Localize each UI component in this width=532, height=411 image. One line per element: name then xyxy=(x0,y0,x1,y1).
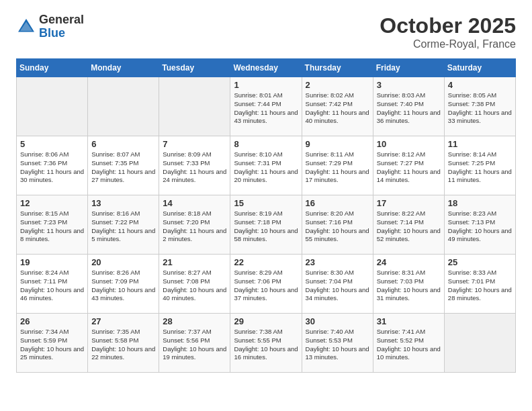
calendar-cell xyxy=(17,77,88,136)
cell-info: Sunrise: 8:06 AMSunset: 7:36 PMDaylight:… xyxy=(20,150,84,185)
day-number: 14 xyxy=(163,198,226,208)
calendar-cell: 14Sunrise: 8:18 AMSunset: 7:20 PMDayligh… xyxy=(159,195,230,255)
cell-info: Sunrise: 8:01 AMSunset: 7:44 PMDaylight:… xyxy=(234,91,298,126)
day-number: 10 xyxy=(377,139,441,149)
cell-info: Sunrise: 7:37 AMSunset: 5:56 PMDaylight:… xyxy=(163,328,226,362)
day-number: 18 xyxy=(448,198,512,208)
cell-info: Sunrise: 8:16 AMSunset: 7:22 PMDaylight:… xyxy=(91,210,155,244)
calendar-cell: 4Sunrise: 8:05 AMSunset: 7:38 PMDaylight… xyxy=(444,77,515,136)
calendar-cell: 10Sunrise: 8:12 AMSunset: 7:27 PMDayligh… xyxy=(373,136,444,195)
cell-info: Sunrise: 7:34 AMSunset: 5:59 PMDaylight:… xyxy=(20,328,84,362)
calendar-cell xyxy=(444,314,515,373)
weekday-header: Friday xyxy=(373,59,444,77)
calendar-cell: 17Sunrise: 8:22 AMSunset: 7:14 PMDayligh… xyxy=(373,195,444,255)
logo-general-text: General xyxy=(39,13,84,27)
day-number: 31 xyxy=(377,316,441,326)
cell-info: Sunrise: 7:41 AMSunset: 5:52 PMDaylight:… xyxy=(377,328,441,362)
cell-info: Sunrise: 8:22 AMSunset: 7:14 PMDaylight:… xyxy=(377,210,441,244)
day-number: 13 xyxy=(91,198,155,208)
calendar-cell: 2Sunrise: 8:02 AMSunset: 7:42 PMDaylight… xyxy=(302,77,373,136)
calendar-cell: 13Sunrise: 8:16 AMSunset: 7:22 PMDayligh… xyxy=(88,195,159,255)
weekday-header: Monday xyxy=(88,59,159,77)
calendar-week-row: 12Sunrise: 8:15 AMSunset: 7:23 PMDayligh… xyxy=(17,195,516,255)
calendar-cell: 11Sunrise: 8:14 AMSunset: 7:25 PMDayligh… xyxy=(444,136,515,195)
calendar-cell: 30Sunrise: 7:40 AMSunset: 5:53 PMDayligh… xyxy=(302,314,373,373)
month-title: October 2025 xyxy=(380,13,516,38)
cell-info: Sunrise: 8:09 AMSunset: 7:33 PMDaylight:… xyxy=(163,150,226,185)
cell-info: Sunrise: 8:20 AMSunset: 7:16 PMDaylight:… xyxy=(306,210,369,244)
calendar-cell: 26Sunrise: 7:34 AMSunset: 5:59 PMDayligh… xyxy=(17,314,88,373)
day-number: 30 xyxy=(306,316,369,326)
cell-info: Sunrise: 8:24 AMSunset: 7:11 PMDaylight:… xyxy=(20,269,84,303)
cell-info: Sunrise: 8:23 AMSunset: 7:13 PMDaylight:… xyxy=(448,210,512,244)
logo: General Blue xyxy=(16,13,84,40)
calendar-cell: 15Sunrise: 8:19 AMSunset: 7:18 PMDayligh… xyxy=(230,195,302,255)
weekday-header: Sunday xyxy=(17,59,88,77)
calendar-cell: 3Sunrise: 8:03 AMSunset: 7:40 PMDaylight… xyxy=(373,77,444,136)
weekday-header: Tuesday xyxy=(159,59,230,77)
day-number: 27 xyxy=(91,316,155,326)
day-number: 5 xyxy=(20,139,84,149)
calendar-cell: 28Sunrise: 7:37 AMSunset: 5:56 PMDayligh… xyxy=(159,314,230,373)
location: Corme-Royal, France xyxy=(380,38,516,50)
calendar-cell: 20Sunrise: 8:26 AMSunset: 7:09 PMDayligh… xyxy=(88,255,159,314)
calendar-cell: 9Sunrise: 8:11 AMSunset: 7:29 PMDaylight… xyxy=(302,136,373,195)
calendar-cell: 29Sunrise: 7:38 AMSunset: 5:55 PMDayligh… xyxy=(230,314,302,373)
calendar-cell: 25Sunrise: 8:33 AMSunset: 7:01 PMDayligh… xyxy=(444,255,515,314)
cell-info: Sunrise: 8:14 AMSunset: 7:25 PMDaylight:… xyxy=(448,150,512,185)
day-number: 3 xyxy=(377,80,441,90)
cell-info: Sunrise: 8:10 AMSunset: 7:31 PMDaylight:… xyxy=(234,150,298,185)
day-number: 19 xyxy=(20,257,84,267)
day-number: 1 xyxy=(234,80,298,90)
logo-icon xyxy=(16,17,36,37)
calendar-cell: 23Sunrise: 8:30 AMSunset: 7:04 PMDayligh… xyxy=(302,255,373,314)
calendar-week-row: 1Sunrise: 8:01 AMSunset: 7:44 PMDaylight… xyxy=(17,77,516,136)
cell-info: Sunrise: 8:18 AMSunset: 7:20 PMDaylight:… xyxy=(163,210,226,244)
cell-info: Sunrise: 8:05 AMSunset: 7:38 PMDaylight:… xyxy=(448,91,512,126)
calendar-cell: 8Sunrise: 8:10 AMSunset: 7:31 PMDaylight… xyxy=(230,136,302,195)
calendar-cell xyxy=(159,77,230,136)
calendar-cell: 27Sunrise: 7:35 AMSunset: 5:58 PMDayligh… xyxy=(88,314,159,373)
calendar-cell: 16Sunrise: 8:20 AMSunset: 7:16 PMDayligh… xyxy=(302,195,373,255)
day-number: 22 xyxy=(234,257,298,267)
day-number: 8 xyxy=(234,139,298,149)
day-number: 6 xyxy=(91,139,155,149)
calendar-cell: 12Sunrise: 8:15 AMSunset: 7:23 PMDayligh… xyxy=(17,195,88,255)
day-number: 2 xyxy=(306,80,369,90)
day-number: 23 xyxy=(306,257,369,267)
day-number: 11 xyxy=(448,139,512,149)
calendar-week-row: 26Sunrise: 7:34 AMSunset: 5:59 PMDayligh… xyxy=(17,314,516,373)
calendar-header-row: SundayMondayTuesdayWednesdayThursdayFrid… xyxy=(17,59,516,77)
calendar-table: SundayMondayTuesdayWednesdayThursdayFrid… xyxy=(16,58,516,373)
cell-info: Sunrise: 8:33 AMSunset: 7:01 PMDaylight:… xyxy=(448,269,512,303)
cell-info: Sunrise: 8:07 AMSunset: 7:35 PMDaylight:… xyxy=(91,150,155,185)
cell-info: Sunrise: 8:03 AMSunset: 7:40 PMDaylight:… xyxy=(377,91,441,126)
weekday-header: Wednesday xyxy=(230,59,302,77)
day-number: 4 xyxy=(448,80,512,90)
cell-info: Sunrise: 8:15 AMSunset: 7:23 PMDaylight:… xyxy=(20,210,84,244)
day-number: 12 xyxy=(20,198,84,208)
logo-blue-text: Blue xyxy=(39,27,84,40)
calendar-cell: 5Sunrise: 8:06 AMSunset: 7:36 PMDaylight… xyxy=(17,136,88,195)
cell-info: Sunrise: 8:11 AMSunset: 7:29 PMDaylight:… xyxy=(306,150,369,185)
day-number: 29 xyxy=(234,316,298,326)
day-number: 17 xyxy=(377,198,441,208)
calendar-cell: 6Sunrise: 8:07 AMSunset: 7:35 PMDaylight… xyxy=(88,136,159,195)
day-number: 7 xyxy=(163,139,226,149)
day-number: 25 xyxy=(448,257,512,267)
cell-info: Sunrise: 8:31 AMSunset: 7:03 PMDaylight:… xyxy=(377,269,441,303)
cell-info: Sunrise: 7:35 AMSunset: 5:58 PMDaylight:… xyxy=(91,328,155,362)
day-number: 21 xyxy=(163,257,226,267)
day-number: 24 xyxy=(377,257,441,267)
calendar-cell: 24Sunrise: 8:31 AMSunset: 7:03 PMDayligh… xyxy=(373,255,444,314)
calendar-week-row: 19Sunrise: 8:24 AMSunset: 7:11 PMDayligh… xyxy=(17,255,516,314)
day-number: 9 xyxy=(306,139,369,149)
calendar-cell: 21Sunrise: 8:27 AMSunset: 7:08 PMDayligh… xyxy=(159,255,230,314)
calendar-cell: 31Sunrise: 7:41 AMSunset: 5:52 PMDayligh… xyxy=(373,314,444,373)
weekday-header: Thursday xyxy=(302,59,373,77)
day-number: 28 xyxy=(163,316,226,326)
cell-info: Sunrise: 8:12 AMSunset: 7:27 PMDaylight:… xyxy=(377,150,441,185)
cell-info: Sunrise: 8:29 AMSunset: 7:06 PMDaylight:… xyxy=(234,269,298,303)
page-header: General Blue October 2025 Corme-Royal, F… xyxy=(16,13,516,50)
calendar-cell: 22Sunrise: 8:29 AMSunset: 7:06 PMDayligh… xyxy=(230,255,302,314)
